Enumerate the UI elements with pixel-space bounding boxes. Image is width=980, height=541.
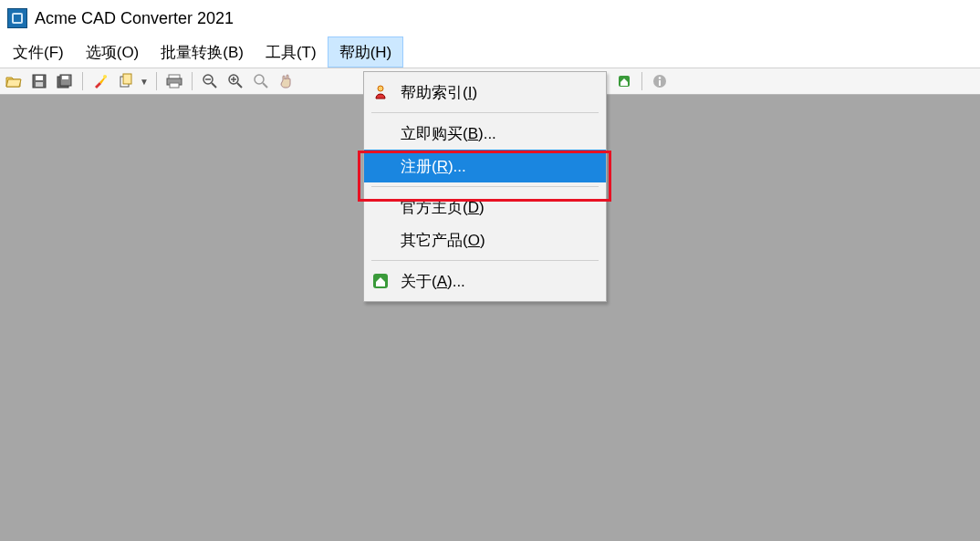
menu-separator bbox=[371, 186, 599, 187]
menu-homepage[interactable]: 官方主页(D) bbox=[364, 191, 606, 224]
svg-point-26 bbox=[658, 77, 661, 79]
svg-rect-5 bbox=[62, 76, 68, 79]
svg-point-8 bbox=[103, 75, 107, 78]
svg-rect-1 bbox=[36, 76, 43, 80]
menu-separator bbox=[371, 112, 599, 113]
menu-about[interactable]: 关于(A)... bbox=[364, 265, 606, 297]
svg-marker-6 bbox=[95, 82, 101, 88]
menu-label: 注册(R)... bbox=[401, 156, 466, 177]
svg-rect-27 bbox=[659, 80, 661, 86]
menu-options[interactable]: 选项(O) bbox=[75, 36, 151, 68]
info-icon[interactable] bbox=[650, 71, 670, 91]
toolbar-separator bbox=[82, 72, 83, 90]
menu-other-products[interactable]: 其它产品(O) bbox=[364, 224, 606, 256]
color-wizard-icon[interactable] bbox=[90, 71, 110, 91]
menu-label: 其它产品(O) bbox=[401, 230, 485, 251]
menu-batch[interactable]: 批量转换(B) bbox=[150, 36, 255, 68]
toolbar-separator bbox=[192, 72, 193, 90]
app-title: Acme CAD Converter 2021 bbox=[35, 9, 234, 28]
zoom-out-icon[interactable] bbox=[200, 71, 220, 91]
home-icon bbox=[371, 272, 390, 290]
svg-point-28 bbox=[378, 86, 383, 91]
menu-label: 帮助索引(I) bbox=[401, 82, 477, 103]
zoom-icon[interactable] bbox=[251, 71, 271, 91]
print-icon[interactable] bbox=[164, 71, 184, 91]
menu-buy-now[interactable]: 立即购买(B)... bbox=[364, 117, 606, 150]
open-icon[interactable] bbox=[4, 71, 24, 91]
menu-register[interactable]: 注册(R)... bbox=[364, 150, 606, 182]
help-person-icon bbox=[371, 83, 390, 101]
svg-rect-2 bbox=[36, 82, 43, 87]
menubar: 文件(F) 选项(O) 批量转换(B) 工具(T) 帮助(H) bbox=[0, 36, 980, 68]
menu-label: 立即购买(B)... bbox=[401, 123, 496, 144]
app-icon bbox=[7, 8, 27, 28]
home-icon[interactable] bbox=[614, 71, 634, 91]
menu-label: 关于(A)... bbox=[401, 271, 465, 292]
toolbar-separator bbox=[641, 72, 642, 90]
pan-icon[interactable] bbox=[276, 71, 297, 91]
svg-rect-10 bbox=[123, 74, 131, 84]
zoom-in-icon[interactable] bbox=[225, 71, 245, 91]
svg-line-22 bbox=[263, 83, 267, 88]
dropdown-arrow-icon[interactable]: ▼ bbox=[140, 77, 149, 87]
svg-point-21 bbox=[255, 75, 264, 84]
menu-file[interactable]: 文件(F) bbox=[2, 36, 75, 68]
svg-line-18 bbox=[237, 83, 242, 88]
menu-tools[interactable]: 工具(T) bbox=[255, 36, 328, 68]
copy-icon[interactable] bbox=[116, 71, 136, 91]
svg-rect-13 bbox=[170, 83, 179, 88]
menu-separator bbox=[371, 260, 599, 261]
menu-help[interactable]: 帮助(H) bbox=[328, 36, 404, 68]
menu-help-index[interactable]: 帮助索引(I) bbox=[364, 76, 606, 109]
titlebar: Acme CAD Converter 2021 bbox=[0, 0, 980, 36]
svg-line-15 bbox=[212, 83, 216, 88]
toolbar-separator bbox=[156, 72, 157, 90]
help-dropdown: 帮助索引(I) 立即购买(B)... 注册(R)... 官方主页(D) 其它产品… bbox=[363, 71, 607, 302]
save-icon[interactable] bbox=[29, 71, 49, 91]
menu-label: 官方主页(D) bbox=[401, 197, 485, 218]
save-multi-icon[interactable] bbox=[55, 71, 75, 91]
